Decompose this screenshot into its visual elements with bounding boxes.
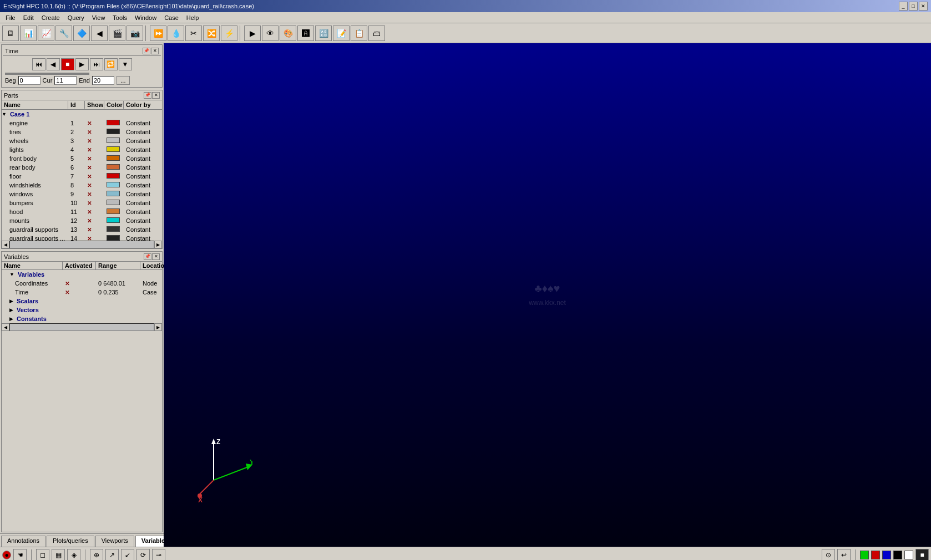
toolbar-btn-2[interactable]: 📊 (20, 26, 37, 41)
part-color[interactable] (104, 173, 124, 180)
titlebar-controls[interactable]: _ □ ✕ (899, 2, 928, 11)
toolbar-btn-15[interactable]: 👁 (262, 26, 279, 41)
scroll-right-arrow[interactable]: ▶ (154, 241, 162, 248)
parts-row[interactable]: wheels 3 ✕ Constant (2, 136, 162, 145)
time-more-btn[interactable]: ... (117, 76, 130, 85)
variables-panel-titlebar[interactable]: Variables 📌 ✕ (2, 252, 162, 262)
parts-row[interactable]: tires 2 ✕ Constant (2, 128, 162, 136)
toolbar-btn-21[interactable]: 🗃 (368, 26, 385, 41)
menu-case[interactable]: Case (161, 13, 182, 22)
menu-file[interactable]: File (2, 13, 19, 22)
part-show[interactable]: ✕ (85, 208, 104, 215)
part-show[interactable]: ✕ (85, 129, 104, 135)
toolbar-btn-6[interactable]: ◀ (91, 26, 108, 41)
end-input[interactable] (92, 76, 114, 85)
tab-viewports[interactable]: Viewports (95, 536, 134, 547)
status-btn-circle[interactable]: ● (2, 551, 11, 559)
time-last-btn[interactable]: ⏭ (90, 58, 103, 70)
part-show[interactable]: ✕ (85, 182, 104, 189)
status-btn-undo[interactable]: ↩ (837, 549, 851, 561)
part-color[interactable] (104, 129, 124, 135)
toolbar-btn-3[interactable]: 📈 (38, 26, 54, 41)
constants-expand-icon[interactable]: ▶ (2, 316, 13, 322)
maximize-button[interactable]: □ (909, 2, 918, 11)
variables-panel-controls[interactable]: 📌 ✕ (144, 253, 160, 260)
menu-create[interactable]: Create (38, 13, 63, 22)
toolbar-btn-13[interactable]: ⚡ (221, 26, 237, 41)
toolbar-btn-20[interactable]: 📋 (351, 26, 367, 41)
part-color[interactable] (104, 208, 124, 215)
time-stop-btn[interactable]: ■ (61, 58, 74, 70)
part-color[interactable] (104, 182, 124, 189)
vscroll-right[interactable]: ▶ (154, 323, 162, 331)
scroll-left-arrow[interactable]: ◀ (2, 241, 9, 248)
time-play-btn[interactable]: ▶ (75, 58, 89, 70)
tab-plots-queries[interactable]: Plots/queries (47, 536, 94, 547)
status-btn-rotate[interactable]: ↗ (105, 549, 119, 561)
parts-panel-titlebar[interactable]: Parts 📌 ✕ (2, 90, 162, 100)
toolbar-btn-18[interactable]: 🔠 (315, 26, 332, 41)
status-btn-dark[interactable]: ■ (915, 549, 929, 561)
vars-row-coordinates[interactable]: Coordinates ✕ 0 6480.01 Node (2, 279, 162, 288)
parts-row[interactable]: bumpers 10 ✕ Constant (2, 198, 162, 207)
part-color[interactable] (104, 217, 124, 224)
time-prev-btn[interactable]: ◀ (47, 58, 60, 70)
minimize-button[interactable]: _ (899, 2, 908, 11)
variables-panel-pin[interactable]: 📌 (144, 253, 151, 260)
toolbar-btn-17[interactable]: 🅰 (297, 26, 314, 41)
part-show[interactable]: ✕ (85, 138, 104, 144)
time-panel-pin[interactable]: 📌 (143, 48, 150, 54)
menu-view[interactable]: View (89, 13, 109, 22)
status-btn-hand[interactable]: ☚ (13, 549, 27, 561)
part-color[interactable] (104, 200, 124, 206)
parts-row[interactable]: floor 7 ✕ Constant (2, 172, 162, 181)
part-color[interactable] (104, 226, 124, 233)
parts-row[interactable]: hood 11 ✕ Constant (2, 207, 162, 216)
toolbar-btn-14[interactable]: ▶ (244, 26, 261, 41)
toolbar-btn-1[interactable]: 🖥 (2, 26, 19, 41)
toolbar-btn-8[interactable]: 📷 (127, 26, 143, 41)
parts-row[interactable]: windshields 8 ✕ Constant (2, 181, 162, 190)
time-panel-controls[interactable]: 📌 ✕ (143, 48, 159, 54)
time-loop-btn[interactable]: 🔁 (104, 58, 118, 70)
case-expand-icon[interactable]: ▼ (2, 111, 7, 117)
parts-hscroll[interactable]: ◀ ▶ (2, 241, 162, 248)
viewport[interactable]: ♣♦♠♥www.kkx.net Z Y X (164, 43, 931, 547)
part-show[interactable]: ✕ (85, 191, 104, 197)
parts-row[interactable]: rear body 6 ✕ Constant (2, 163, 162, 172)
parts-panel-controls[interactable]: 📌 ✕ (144, 92, 160, 99)
time-panel-close[interactable]: ✕ (151, 48, 159, 54)
cur-input[interactable] (54, 76, 77, 85)
menu-window[interactable]: Window (131, 13, 160, 22)
part-show[interactable]: ✕ (85, 164, 104, 171)
toolbar-btn-11[interactable]: ✂ (185, 26, 202, 41)
toolbar-btn-7[interactable]: 🎬 (109, 26, 125, 41)
part-show[interactable]: ✕ (85, 217, 104, 224)
menu-edit[interactable]: Edit (20, 13, 37, 22)
beg-input[interactable] (18, 76, 41, 85)
scalars-expand-icon[interactable]: ▶ (2, 298, 13, 304)
status-btn-box[interactable]: ◻ (36, 549, 49, 561)
parts-panel-pin[interactable]: 📌 (144, 92, 151, 99)
close-button[interactable]: ✕ (919, 2, 928, 11)
toolbar-btn-9[interactable]: ⏩ (150, 26, 166, 41)
parts-panel-close[interactable]: ✕ (152, 92, 160, 99)
part-show[interactable]: ✕ (85, 146, 104, 153)
status-btn-reset[interactable]: ⟳ (136, 549, 150, 561)
parts-row[interactable]: windows 9 ✕ Constant (2, 190, 162, 198)
variables-panel-close[interactable]: ✕ (152, 253, 160, 260)
part-show[interactable]: ✕ (85, 226, 104, 233)
variables-expand-icon[interactable]: ▼ (2, 272, 14, 277)
part-color[interactable] (104, 235, 124, 241)
part-show[interactable]: ✕ (85, 173, 104, 180)
vectors-expand-icon[interactable]: ▶ (2, 307, 13, 313)
status-btn-persp[interactable]: ⊙ (822, 549, 835, 561)
tab-annotations[interactable]: Annotations (1, 536, 45, 547)
status-btn-pan[interactable]: ↙ (121, 549, 134, 561)
part-show[interactable]: ✕ (85, 155, 104, 162)
part-color[interactable] (104, 164, 124, 171)
toolbar-btn-5[interactable]: 🔷 (73, 26, 90, 41)
vars-row-time[interactable]: Time ✕ 0 0.235 Case (2, 288, 162, 297)
part-show[interactable]: ✕ (85, 235, 104, 241)
status-btn-zoom[interactable]: ⊕ (90, 549, 103, 561)
